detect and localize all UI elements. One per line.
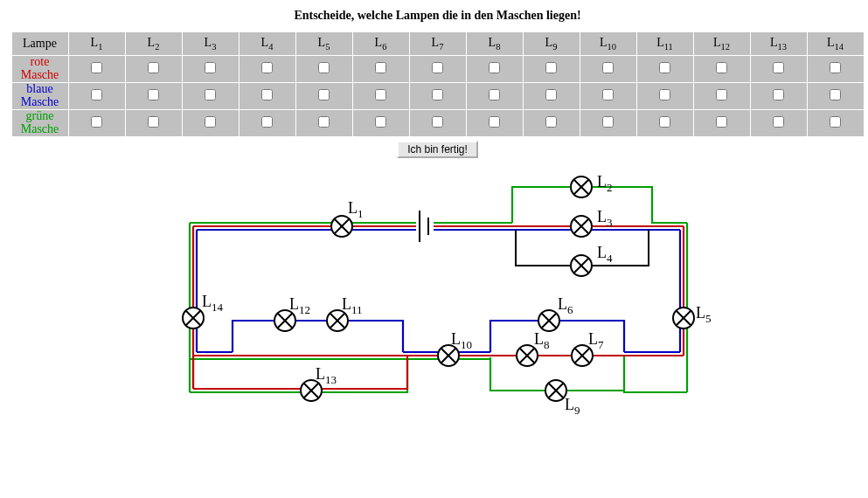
col-L5: L5 xyxy=(296,32,352,55)
cell-rote-L6 xyxy=(353,56,409,82)
checkbox-blaue-L14[interactable] xyxy=(830,89,841,100)
checkbox-grune-L1[interactable] xyxy=(91,116,102,128)
checkbox-blaue-L3[interactable] xyxy=(205,89,216,100)
checkbox-grune-L11[interactable] xyxy=(659,116,670,128)
checkbox-blaue-L9[interactable] xyxy=(545,89,557,100)
cell-blaue-L12 xyxy=(694,83,750,109)
checkbox-grune-L14[interactable] xyxy=(830,116,841,128)
checkbox-rote-L9[interactable] xyxy=(545,62,557,73)
cell-blaue-L9 xyxy=(524,83,580,109)
lamp-label-L8: L8 xyxy=(534,330,550,351)
col-L3: L3 xyxy=(183,32,239,55)
cell-blaue-L10 xyxy=(580,83,636,109)
battery-icon xyxy=(420,211,428,242)
col-L10: L10 xyxy=(580,32,636,55)
checkbox-blaue-L8[interactable] xyxy=(489,89,500,100)
cell-blaue-L5 xyxy=(296,83,352,109)
checkbox-grune-L12[interactable] xyxy=(716,116,727,128)
checkbox-blaue-L11[interactable] xyxy=(659,89,670,100)
checkbox-blaue-L7[interactable] xyxy=(432,89,443,100)
lamp-L5: L5 xyxy=(673,304,712,329)
checkbox-grune-L10[interactable] xyxy=(602,116,614,128)
done-button[interactable]: Ich bin fertig! xyxy=(397,141,478,158)
cell-grune-L12 xyxy=(694,110,750,136)
checkbox-grune-L7[interactable] xyxy=(432,116,443,128)
col-L7: L7 xyxy=(410,32,466,55)
checkbox-rote-L8[interactable] xyxy=(489,62,500,73)
cell-rote-L13 xyxy=(751,56,807,82)
lamp-label-L5: L5 xyxy=(696,304,712,325)
checkbox-grune-L4[interactable] xyxy=(261,116,273,128)
checkbox-rote-L4[interactable] xyxy=(261,62,273,73)
cell-rote-L2 xyxy=(126,56,182,82)
checkbox-grune-L6[interactable] xyxy=(375,116,386,128)
checkbox-rote-L5[interactable] xyxy=(318,62,330,73)
row-rote: roteMasche xyxy=(12,56,68,82)
cell-grune-L4 xyxy=(240,110,295,136)
cell-grune-L2 xyxy=(126,110,182,136)
checkbox-blaue-L10[interactable] xyxy=(602,89,614,100)
table-corner: Lampe xyxy=(12,32,68,55)
checkbox-rote-L1[interactable] xyxy=(91,62,102,73)
col-L12: L12 xyxy=(694,32,750,55)
cell-blaue-L13 xyxy=(751,83,807,109)
cell-rote-L9 xyxy=(524,56,580,82)
lamp-L9: L9 xyxy=(545,380,580,417)
col-L11: L11 xyxy=(637,32,693,55)
cell-grune-L7 xyxy=(410,110,466,136)
checkbox-rote-L12[interactable] xyxy=(716,62,727,73)
checkbox-grune-L5[interactable] xyxy=(318,116,330,128)
checkbox-rote-L2[interactable] xyxy=(148,62,159,73)
lamp-L4: L4 xyxy=(571,244,613,276)
page-title: Entscheide, welche Lampen die in den Mas… xyxy=(3,9,868,23)
checkbox-blaue-L1[interactable] xyxy=(91,89,102,100)
checkbox-rote-L10[interactable] xyxy=(602,62,614,73)
checkbox-blaue-L6[interactable] xyxy=(375,89,386,100)
cell-grune-L8 xyxy=(467,110,523,136)
checkbox-grune-L3[interactable] xyxy=(205,116,216,128)
cell-rote-L3 xyxy=(183,56,239,82)
lamp-L8: L8 xyxy=(517,330,550,366)
lamp-L3: L3 xyxy=(571,208,613,237)
cell-blaue-L8 xyxy=(467,83,523,109)
lamp-label-L6: L6 xyxy=(558,295,573,316)
cell-blaue-L6 xyxy=(353,83,409,109)
col-L13: L13 xyxy=(751,32,807,55)
cell-grune-L10 xyxy=(580,110,636,136)
checkbox-rote-L11[interactable] xyxy=(659,62,670,73)
cell-blaue-L3 xyxy=(183,83,239,109)
col-L6: L6 xyxy=(353,32,409,55)
checkbox-rote-L14[interactable] xyxy=(830,62,841,73)
cell-grune-L11 xyxy=(637,110,693,136)
checkbox-rote-L3[interactable] xyxy=(205,62,216,73)
checkbox-blaue-L2[interactable] xyxy=(148,89,159,100)
cell-rote-L14 xyxy=(808,56,864,82)
lamp-label-L1: L1 xyxy=(348,199,364,220)
checkbox-rote-L7[interactable] xyxy=(432,62,443,73)
checkbox-grune-L8[interactable] xyxy=(489,116,500,128)
col-L14: L14 xyxy=(808,32,864,55)
lamp-L11: L11 xyxy=(327,295,363,331)
checkbox-grune-L13[interactable] xyxy=(773,116,784,128)
cell-rote-L10 xyxy=(580,56,636,82)
cell-blaue-L11 xyxy=(637,83,693,109)
cell-blaue-L4 xyxy=(240,83,295,109)
lamp-L10: L10 xyxy=(438,330,472,366)
col-L8: L8 xyxy=(467,32,523,55)
lamp-label-L2: L2 xyxy=(597,173,613,194)
col-L4: L4 xyxy=(240,32,295,55)
checkbox-blaue-L5[interactable] xyxy=(318,89,330,100)
checkbox-blaue-L4[interactable] xyxy=(261,89,273,100)
row-blaue: blaueMasche xyxy=(12,83,68,109)
selection-table: Lampe L1L2L3L4L5L6L7L8L9L10L11L12L13L14 … xyxy=(11,31,865,137)
checkbox-rote-L13[interactable] xyxy=(773,62,784,73)
checkbox-blaue-L13[interactable] xyxy=(773,89,784,100)
checkbox-rote-L6[interactable] xyxy=(375,62,386,73)
cell-grune-L13 xyxy=(751,110,807,136)
cell-grune-L14 xyxy=(808,110,864,136)
checkbox-blaue-L12[interactable] xyxy=(716,89,727,100)
cell-blaue-L7 xyxy=(410,83,466,109)
lamp-L12: L12 xyxy=(274,295,310,331)
checkbox-grune-L9[interactable] xyxy=(545,116,557,128)
checkbox-grune-L2[interactable] xyxy=(148,116,159,128)
